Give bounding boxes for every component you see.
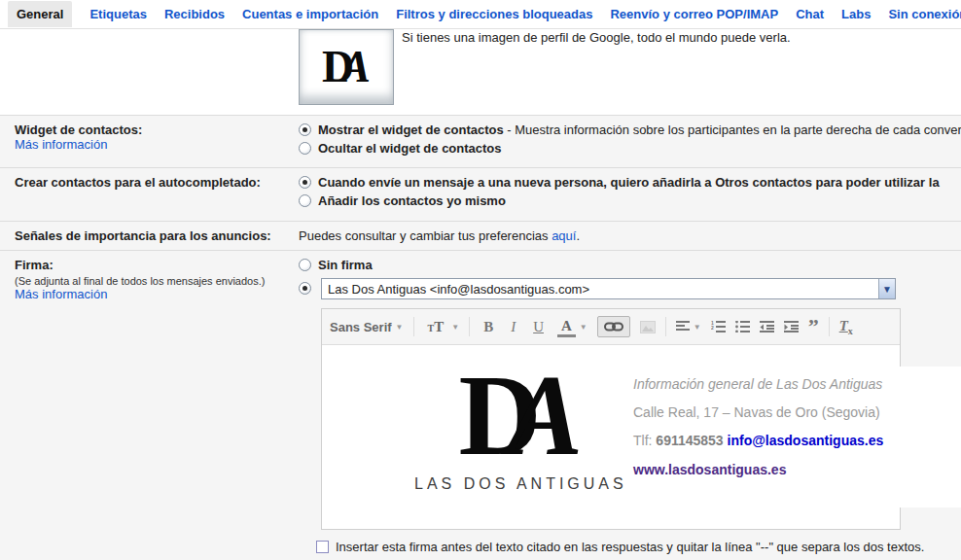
indent-more-icon [784, 321, 799, 332]
tab-labs[interactable]: Labs [841, 7, 871, 21]
signature-content[interactable]: DA LAS DOS ANTIGUAS Información general … [322, 367, 961, 508]
numbered-list-icon: 12 [711, 321, 726, 332]
insert-signature-checkbox[interactable] [316, 541, 329, 553]
bold-button[interactable]: B [480, 317, 497, 337]
importance-suffix: . [576, 228, 580, 243]
tab-reenvio-pop-imap[interactable]: Reenvío y correo POP/IMAP [610, 7, 778, 21]
da-logo-icon: DA [458, 442, 583, 457]
text-color-button[interactable]: A▼ [557, 317, 587, 337]
tab-general[interactable]: General [8, 1, 72, 27]
signature-logo: DA LAS DOS ANTIGUAS [414, 359, 627, 493]
hide-widget-label: Ocultar el widget de contactos [318, 141, 502, 156]
editor-toolbar: Sans Serif▼ TT▼ B I U A▼ [322, 309, 900, 345]
tab-filtros-bloqueadas[interactable]: Filtros y direcciones bloqueadas [396, 7, 592, 21]
underline-button[interactable]: U [529, 317, 548, 337]
show-widget-label: Mostrar el widget de contactos [318, 122, 504, 137]
font-family-button[interactable]: Sans Serif▼ [330, 320, 404, 334]
radio-sin-firma[interactable] [299, 259, 311, 271]
indent-less-icon [760, 321, 774, 332]
insert-image-button[interactable] [640, 321, 656, 333]
align-button[interactable]: ▼ [676, 321, 701, 332]
radio-hide-widget[interactable] [299, 142, 311, 155]
tab-chat[interactable]: Chat [796, 7, 824, 21]
bulleted-list-button[interactable] [735, 321, 750, 332]
remove-formatting-icon: Tx [839, 318, 853, 336]
widget-label: Widget de contactos: [15, 122, 292, 137]
widget-more-info-link[interactable]: Más información [15, 137, 107, 152]
radio-auto-add-contacts[interactable] [299, 176, 311, 189]
manual-add-label: Añadir los contactos yo mismo [318, 193, 506, 208]
link-icon [604, 321, 623, 332]
italic-button[interactable]: I [507, 317, 519, 337]
row-widget-contactos: Widget de contactos: Más información Mos… [0, 115, 961, 167]
auto-add-label: Cuando envíe un mensaje a una nueva pers… [318, 175, 940, 190]
tab-cuentas-importacion[interactable]: Cuentas e importación [242, 7, 378, 21]
chevron-down-icon: ▼ [882, 284, 892, 295]
logo-caption: LAS DOS ANTIGUAS [414, 475, 627, 493]
radio-firma-activa[interactable] [299, 282, 311, 295]
select-dropdown-button[interactable]: ▼ [878, 279, 895, 298]
quote-button[interactable]: ” [808, 322, 819, 332]
show-widget-desc: - Muestra información sobre los particip… [504, 122, 961, 137]
insert-signature-option: Insertar esta firma antes del texto cita… [316, 540, 924, 554]
profile-visibility-note: Si tienes una imagen de perfil de Google… [402, 30, 791, 45]
insert-link-button[interactable] [597, 316, 630, 337]
chevron-down-icon: ▼ [451, 323, 459, 332]
radio-manual-add-contacts[interactable] [299, 194, 311, 207]
text-color-icon: A [557, 317, 576, 337]
quote-icon: ” [808, 322, 819, 332]
insert-signature-label: Insertar esta firma antes del texto cita… [336, 540, 924, 554]
bulleted-list-icon [735, 321, 750, 332]
settings-tabbar: General Etiquetas Recibidos Cuentas e im… [0, 0, 961, 29]
da-logo-icon: DA [322, 45, 371, 89]
tab-sin-conexion[interactable]: Sin conexión [888, 7, 961, 21]
chevron-down-icon: ▼ [580, 323, 587, 332]
signature-more-info-link[interactable]: Más información [15, 287, 107, 301]
image-icon [640, 321, 656, 333]
signature-label: Firma: [15, 258, 292, 272]
signature-line-web: www.lasdosantiguas.es [633, 462, 883, 477]
signature-email-link[interactable]: info@lasdosantiguas.es [728, 433, 884, 448]
numbered-list-button[interactable]: 12 [711, 321, 726, 332]
phone-number: 691145853 [656, 433, 727, 448]
signature-account-value: Las Dos Antiguas <info@lasdosantiguas.co… [322, 282, 878, 297]
radio-show-widget[interactable] [299, 123, 311, 136]
signature-web-link[interactable]: www.lasdosantiguas.es [633, 462, 786, 477]
row-crear-contactos: Crear contactos para el autocompletado: … [0, 167, 961, 221]
signature-text-block: Información general de Las Dos Antiguas … [633, 376, 883, 477]
signature-note: (Se adjunta al final de todos los mensaj… [15, 275, 292, 287]
indent-less-button[interactable] [760, 321, 774, 332]
chevron-down-icon: ▼ [396, 323, 404, 332]
tab-recibidos[interactable]: Recibidos [164, 7, 225, 21]
signature-line-address: Calle Real, 17 – Navas de Oro (Segovia) [633, 404, 883, 420]
importance-aqui-link[interactable]: aquí [552, 228, 576, 243]
svg-text:2: 2 [711, 325, 714, 331]
sin-firma-label: Sin firma [318, 258, 373, 272]
align-left-icon [676, 321, 690, 332]
signature-line-phone: Tlf: 691145853 info@lasdosantiguas.es [633, 433, 883, 448]
profile-picture[interactable]: DA [299, 29, 394, 105]
signature-line-info: Información general de Las Dos Antiguas [633, 376, 883, 392]
remove-formatting-button[interactable]: Tx [839, 318, 853, 336]
tlf-label: Tlf: [633, 433, 656, 448]
importance-text: Puedes consultar y cambiar tus preferenc… [299, 228, 552, 243]
row-senales-importancia: Señales de importancia para los anuncios… [0, 221, 961, 250]
indent-more-button[interactable] [784, 321, 799, 332]
font-size-button[interactable]: TT▼ [424, 317, 460, 337]
tab-etiquetas[interactable]: Etiquetas [89, 7, 147, 21]
signature-account-select[interactable]: Las Dos Antiguas <info@lasdosantiguas.co… [321, 278, 896, 299]
importance-label: Señales de importancia para los anuncios… [15, 228, 292, 243]
chevron-down-icon: ▼ [694, 323, 701, 332]
font-size-icon: TT [424, 317, 448, 337]
autocomplete-label: Crear contactos para el autocompletado: [15, 175, 292, 190]
